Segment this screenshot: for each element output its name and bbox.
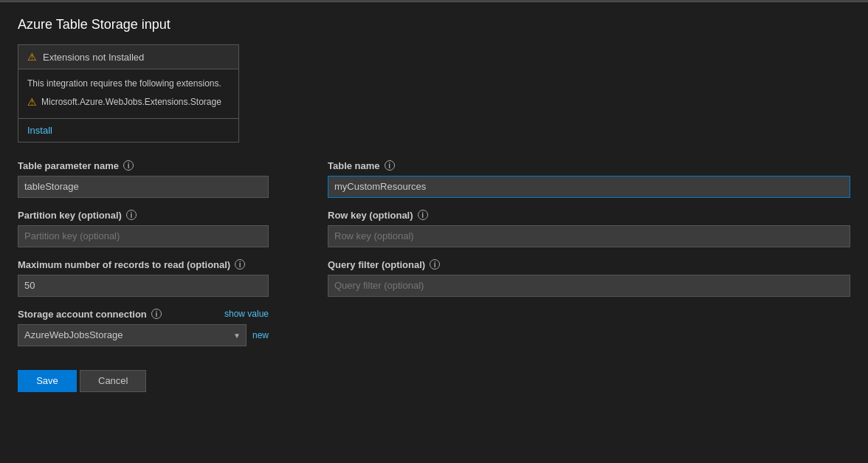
storage-select-row: AzureWebJobsStorage ▼ new: [18, 324, 269, 346]
warning-header: ⚠ Extensions not Installed: [18, 45, 238, 69]
extension-name: Microsoft.Azure.WebJobs.Extensions.Stora…: [41, 95, 221, 109]
show-value-link[interactable]: show value: [224, 309, 269, 319]
partition-key-label: Partition key (optional) i: [18, 210, 269, 221]
warning-ext-icon: ⚠: [27, 94, 37, 110]
table-name-input[interactable]: [328, 176, 850, 198]
form-right: Table name i Row key (optional) i Query …: [328, 160, 850, 392]
query-filter-input[interactable]: [328, 275, 850, 297]
cancel-button[interactable]: Cancel: [80, 370, 146, 392]
form-layout: Table parameter name i Partition key (op…: [18, 160, 850, 392]
save-button[interactable]: Save: [18, 370, 77, 392]
warning-body-text: This integration requires the following …: [27, 77, 230, 91]
warning-icon: ⚠: [27, 51, 37, 63]
partition-key-input[interactable]: [18, 225, 269, 247]
row-key-info-icon: i: [418, 210, 428, 220]
storage-info-icon: i: [151, 309, 162, 319]
table-name-group: Table name i: [328, 160, 850, 198]
partition-key-info-icon: i: [126, 210, 137, 220]
table-name-label: Table name i: [328, 160, 850, 171]
max-records-group: Maximum number of records to read (optio…: [18, 259, 269, 297]
max-records-info-icon: i: [235, 259, 245, 270]
extensions-warning-box: ⚠ Extensions not Installed This integrat…: [18, 44, 239, 143]
table-param-group: Table parameter name i: [18, 160, 269, 198]
warning-footer[interactable]: Install: [18, 119, 238, 142]
button-row: Save Cancel: [18, 370, 269, 392]
partition-key-group: Partition key (optional) i: [18, 210, 269, 247]
storage-label-left: Storage account connection i: [18, 309, 162, 320]
query-filter-group: Query filter (optional) i: [328, 259, 850, 297]
warning-title: Extensions not Installed: [43, 52, 144, 63]
form-left: Table parameter name i Partition key (op…: [18, 160, 269, 392]
page-title: Azure Table Storage input: [18, 17, 850, 32]
storage-connection-group: Storage account connection i show value …: [18, 309, 269, 346]
query-filter-label: Query filter (optional) i: [328, 259, 850, 270]
table-name-info-icon: i: [385, 160, 395, 171]
warning-extension-row: ⚠ Microsoft.Azure.WebJobs.Extensions.Sto…: [27, 94, 230, 110]
install-link[interactable]: Install: [27, 125, 52, 136]
query-filter-info-icon: i: [430, 259, 440, 270]
max-records-label: Maximum number of records to read (optio…: [18, 259, 269, 270]
row-key-group: Row key (optional) i: [328, 210, 850, 247]
storage-select-wrapper: AzureWebJobsStorage ▼: [18, 324, 247, 346]
table-param-label: Table parameter name i: [18, 160, 269, 171]
max-records-input[interactable]: [18, 275, 269, 297]
warning-body: This integration requires the following …: [18, 69, 238, 119]
table-param-info-icon: i: [123, 160, 134, 171]
row-key-label: Row key (optional) i: [328, 210, 850, 221]
storage-label-row: Storage account connection i show value: [18, 309, 269, 320]
row-key-input[interactable]: [328, 225, 850, 247]
table-param-input[interactable]: [18, 176, 269, 198]
storage-connection-select[interactable]: AzureWebJobsStorage: [18, 324, 247, 346]
new-storage-link[interactable]: new: [252, 330, 269, 340]
